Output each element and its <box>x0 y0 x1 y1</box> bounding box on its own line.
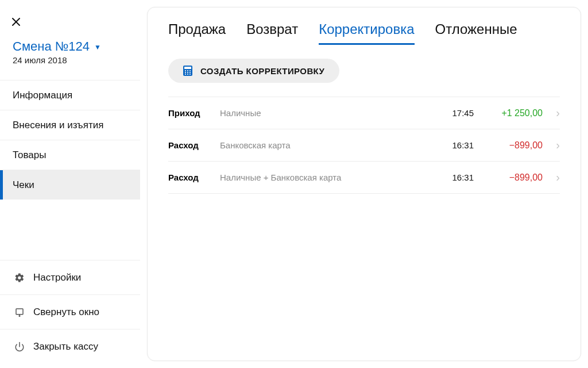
svg-point-12 <box>189 72 191 73</box>
correction-rows: Приход Наличные 17:45 +1 250,00 › Расход… <box>168 97 560 194</box>
row-amount: −899,00 <box>474 140 543 151</box>
sidebar-actions: Настройки Свернуть окно Закрыть кассу <box>0 260 140 368</box>
row-type: Расход <box>168 172 220 182</box>
tab-deferred[interactable]: Отложенные <box>435 18 517 43</box>
svg-rect-2 <box>16 309 23 315</box>
tabs: Продажа Возврат Корректировка Отложенные <box>168 18 560 45</box>
svg-point-7 <box>185 70 186 71</box>
power-icon <box>13 342 26 352</box>
tab-label: Возврат <box>246 21 298 37</box>
action-label: Настройки <box>33 272 81 283</box>
shift-date: 24 июля 2018 <box>13 55 129 65</box>
svg-point-10 <box>185 72 186 73</box>
svg-point-13 <box>185 74 186 75</box>
svg-point-11 <box>187 72 188 73</box>
svg-point-9 <box>189 70 191 71</box>
tab-sale[interactable]: Продажа <box>168 18 226 43</box>
nav-label: Чеки <box>13 179 34 191</box>
tab-correction[interactable]: Корректировка <box>319 18 414 45</box>
table-row[interactable]: Расход Наличные + Банковская карта 16:31… <box>168 162 560 194</box>
nav-label: Внесения и изъятия <box>13 120 103 131</box>
nav: Информация Внесения и изъятия Товары Чек… <box>0 80 140 200</box>
nav-item-deposits[interactable]: Внесения и изъятия <box>0 110 140 140</box>
tab-return[interactable]: Возврат <box>246 18 298 43</box>
row-time: 16:31 <box>434 140 474 150</box>
minimize-icon <box>13 307 26 317</box>
main-panel: Продажа Возврат Корректировка Отложенные… <box>147 7 581 361</box>
tab-label: Продажа <box>168 21 226 37</box>
row-time: 17:45 <box>434 108 474 118</box>
shift-title[interactable]: Смена №124 ▼ <box>13 39 101 54</box>
create-correction-button[interactable]: СОЗДАТЬ КОРРЕКТИРОВКУ <box>168 59 339 83</box>
row-amount: −899,00 <box>474 172 543 183</box>
chevron-right-icon: › <box>543 171 560 184</box>
row-method: Наличные + Банковская карта <box>220 172 434 182</box>
tab-label: Отложенные <box>435 21 517 37</box>
row-method: Банковская карта <box>220 140 434 150</box>
chevron-right-icon: › <box>543 139 560 152</box>
row-method: Наличные <box>220 108 434 118</box>
nav-item-info[interactable]: Информация <box>0 80 140 110</box>
action-settings[interactable]: Настройки <box>0 260 140 294</box>
nav-label: Информация <box>13 90 72 101</box>
sidebar: Смена №124 ▼ 24 июля 2018 Информация Вне… <box>0 0 140 368</box>
svg-point-8 <box>187 70 188 71</box>
svg-point-15 <box>189 74 191 75</box>
shift-selector[interactable]: Смена №124 ▼ 24 июля 2018 <box>0 37 140 73</box>
nav-item-goods[interactable]: Товары <box>0 140 140 170</box>
close-icon[interactable] <box>0 12 140 37</box>
create-button-label: СОЗДАТЬ КОРРЕКТИРОВКУ <box>200 66 324 76</box>
svg-rect-6 <box>184 67 191 69</box>
nav-item-receipts[interactable]: Чеки <box>0 170 140 200</box>
table-row[interactable]: Приход Наличные 17:45 +1 250,00 › <box>168 97 560 129</box>
shift-title-text: Смена №124 <box>13 39 90 54</box>
row-amount: +1 250,00 <box>474 108 543 118</box>
action-label: Свернуть окно <box>33 306 99 318</box>
calculator-icon <box>183 66 192 76</box>
nav-label: Товары <box>13 150 46 161</box>
action-label: Закрыть кассу <box>33 341 98 352</box>
caret-down-icon: ▼ <box>94 43 101 51</box>
svg-point-14 <box>187 74 188 75</box>
row-type: Расход <box>168 140 220 150</box>
tab-label: Корректировка <box>319 21 414 37</box>
table-row[interactable]: Расход Банковская карта 16:31 −899,00 › <box>168 129 560 162</box>
action-close-register[interactable]: Закрыть кассу <box>0 329 140 363</box>
row-type: Приход <box>168 108 220 118</box>
row-time: 16:31 <box>434 172 474 182</box>
chevron-right-icon: › <box>543 106 560 120</box>
gear-icon <box>13 273 26 283</box>
action-minimize[interactable]: Свернуть окно <box>0 294 140 329</box>
